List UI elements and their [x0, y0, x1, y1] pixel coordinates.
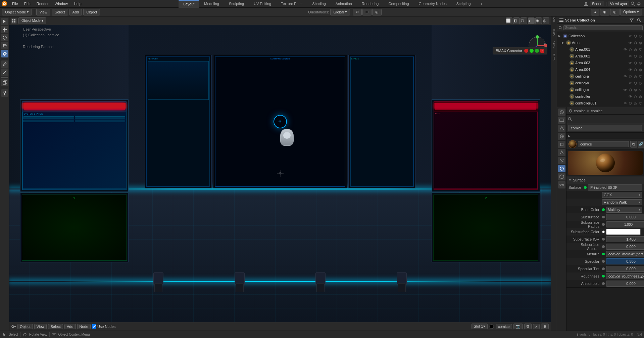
menu-help[interactable]: Help — [71, 1, 84, 6]
outliner-filter-btn[interactable] — [629, 17, 635, 23]
tab-uv-editing[interactable]: UV Editing — [249, 0, 276, 8]
subsurface-radius-x[interactable] — [606, 221, 644, 227]
area-visibility-btn[interactable]: 👁 — [628, 40, 633, 45]
subsurface-method-dropdown[interactable]: Random Walk ▾ — [602, 199, 642, 205]
vp-object-btn[interactable]: Object — [17, 324, 33, 329]
surface-section-header[interactable]: ▼ Surface — [566, 176, 644, 184]
area001-select-btn[interactable]: ▽ — [638, 47, 643, 52]
collection-visibility-btn[interactable]: 👁 — [628, 34, 633, 38]
anisotropic-value[interactable] — [606, 281, 644, 287]
subsurface-color-swatch[interactable] — [606, 229, 641, 235]
props-icon-output[interactable] — [558, 117, 565, 124]
tab-compositing[interactable]: Compositing — [384, 0, 413, 8]
roughness-dot[interactable] — [602, 275, 605, 278]
viewport-editor-type[interactable] — [11, 18, 17, 24]
subsurface-value[interactable] — [606, 214, 644, 220]
metallic-dot[interactable] — [602, 253, 605, 255]
slot-dropdown[interactable]: Slot 1▾ — [472, 324, 488, 329]
scene-name[interactable]: Scene — [590, 1, 604, 6]
collection-render-btn[interactable]: ◎ — [638, 34, 643, 38]
tool-measure[interactable] — [1, 69, 8, 76]
orientation-dropdown[interactable]: Global ▾ — [330, 9, 350, 15]
viewport-area[interactable]: Object Mode▾ ⬜ ◧ ⬡ ● ◉ ◎ — [9, 16, 551, 331]
tab-add-new[interactable]: + — [476, 0, 487, 8]
tool-transform[interactable] — [1, 50, 8, 57]
pivot-point-btn[interactable]: ⊕ — [353, 9, 362, 15]
collection-viewport-btn[interactable]: ⬡ — [633, 34, 638, 38]
subsurface-ior-value[interactable] — [606, 236, 644, 242]
props-icon-render[interactable] — [558, 109, 565, 116]
side-xoutil-label[interactable]: Xoutil — [551, 54, 557, 60]
material-name-input[interactable] — [568, 125, 642, 131]
surface-type-dropdown[interactable]: Principled BSDF — [588, 184, 642, 191]
breadcrumb-left[interactable]: comice — [574, 109, 586, 113]
props-icon-data[interactable] — [558, 173, 565, 180]
vp-add-btn[interactable]: Add — [64, 324, 76, 329]
vp-view-btn[interactable]: View — [34, 324, 47, 329]
outliner-search-input[interactable] — [563, 25, 643, 30]
vp-wire-btn[interactable]: ⬡ — [521, 17, 527, 24]
search-icon-top[interactable] — [631, 1, 635, 6]
side-tool-label[interactable]: Tool — [551, 17, 557, 23]
outliner-item-controller[interactable]: ▶ ▲ controller 👁 ⬡ ◎ — [557, 93, 644, 100]
viewport-3d-scene[interactable]: SYSTEM STATUS ◎ — [9, 25, 551, 322]
vp-xray-btn[interactable]: ◧ — [513, 17, 520, 24]
use-nodes-checkbox-label[interactable]: Use Nodes — [92, 324, 115, 329]
outliner-item-area003[interactable]: ▶ ▲ Area.003 👁 ⬡ ◎ — [557, 59, 644, 66]
tab-sculpting[interactable]: Sculpting — [224, 0, 249, 8]
snap-btn[interactable]: ⊞ — [362, 9, 371, 15]
outliner-item-area002[interactable]: ▶ ▲ Area.002 👁 ⬡ ◎ — [557, 53, 644, 59]
side-view-label[interactable]: View — [551, 30, 557, 35]
props-expand-arrow[interactable]: ▶ — [568, 134, 571, 138]
vp-camera-btn[interactable]: 📷 — [513, 324, 523, 329]
menu-window[interactable]: Window — [52, 1, 70, 6]
outliner-item-ceiling-b[interactable]: ▶ ▲ ceiling-b 👁 ⬡ ◎ — [557, 80, 644, 86]
viewport-shading-rendered[interactable]: ◎ — [610, 9, 620, 15]
mat-copy-btn[interactable]: ⧉ — [630, 141, 637, 147]
props-icon-object[interactable] — [558, 141, 565, 148]
tab-layout[interactable]: Layout — [179, 0, 199, 8]
vp-overlay-btn[interactable]: ⬜ — [506, 17, 512, 24]
tab-animation[interactable]: Animation — [331, 0, 357, 8]
outliner-item-controller002[interactable]: ▶ ▲ controller002 👁 ⬡ ◎ — [557, 107, 644, 107]
tool-scale[interactable] — [1, 42, 8, 49]
viewport-options[interactable]: Options ▾ — [620, 9, 642, 15]
props-icon-material[interactable] — [558, 165, 565, 172]
metallic-texture[interactable]: comice_metallic.jpeg — [606, 251, 644, 257]
base-color-dot[interactable] — [602, 208, 605, 211]
outliner-item-ceiling-c[interactable]: ▶ ▲ ceiling-c 👁 ⬡ ◎ ▽ — [557, 86, 644, 93]
tool-move[interactable] — [1, 26, 8, 33]
props-icon-particles[interactable] — [558, 157, 565, 164]
props-home-icon[interactable] — [568, 109, 573, 113]
tab-modeling[interactable]: Modeling — [199, 0, 224, 8]
viewport-shading-solid[interactable]: ● — [591, 9, 599, 15]
object-mode-dropdown[interactable]: Object Mode ▾ — [2, 9, 32, 15]
roughness-texture[interactable]: comice_roughness.jpeg — [606, 273, 644, 279]
base-color-method[interactable]: Multiply ▾ — [606, 207, 642, 213]
side-bmax-label[interactable]: BMAX — [551, 42, 557, 47]
specular-tint-value[interactable] — [606, 266, 644, 272]
outliner-item-area001[interactable]: ▶ ▲ Area.001 👁 ⬡ ◎ ▽ — [557, 46, 644, 53]
distribution-dropdown[interactable]: GGX ▾ — [602, 192, 642, 198]
tab-rendering[interactable]: Rendering — [357, 0, 384, 8]
subsurface-aniso-value[interactable] — [606, 244, 644, 250]
proportional-edit-btn[interactable]: ◎ — [372, 9, 382, 15]
menu-file[interactable]: File — [9, 1, 21, 6]
bmax-connector-popup[interactable]: BMAX Conector × — [493, 47, 547, 54]
props-icon-world[interactable] — [558, 133, 565, 140]
tool-eyedropper[interactable] — [1, 89, 8, 97]
vp-copy-btn[interactable]: ⧉ — [524, 324, 532, 329]
props-icon-modifier[interactable] — [558, 149, 565, 156]
outliner-expand-collection[interactable]: ▶ — [558, 34, 562, 38]
outliner-item-controller001[interactable]: ▶ ▲ controller001 👁 ⬡ ◎ ▽ — [557, 100, 644, 107]
outliner-item-scene-collection[interactable]: ▶ ▣ Collection 👁 ⬡ ◎ — [557, 33, 644, 39]
bmax-close-btn[interactable]: × — [540, 49, 544, 53]
tool-annotate[interactable] — [1, 60, 8, 68]
area003-visibility-btn[interactable]: 👁 — [628, 60, 633, 65]
material-slot-name-input[interactable] — [578, 141, 629, 147]
outliner-item-area004[interactable]: ▶ ▲ Area.004 👁 ⬡ ◎ — [557, 66, 644, 73]
material-name-slot[interactable]: comice — [496, 324, 512, 329]
outliner-item-ceiling-a[interactable]: ▶ ▲ ceiling-a 👁 ⬡ ◎ ▽ — [557, 73, 644, 80]
menu-edit[interactable]: Edit — [21, 1, 33, 6]
vp-material-btn[interactable]: ◉ — [535, 17, 542, 24]
